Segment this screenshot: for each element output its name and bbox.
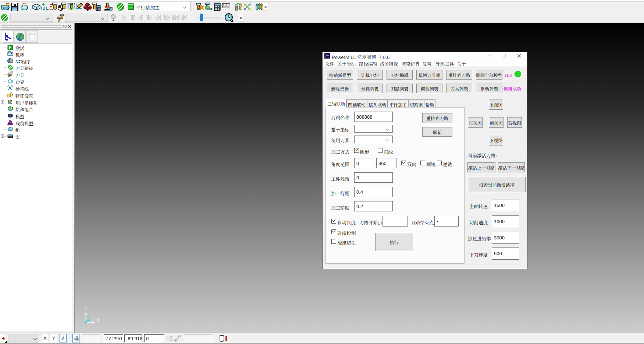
svg-text:z: z (167, 340, 168, 341)
svg-text:X: X (96, 317, 100, 323)
svg-text:Y: Y (84, 306, 88, 312)
svg-text:Z: Z (87, 316, 90, 322)
